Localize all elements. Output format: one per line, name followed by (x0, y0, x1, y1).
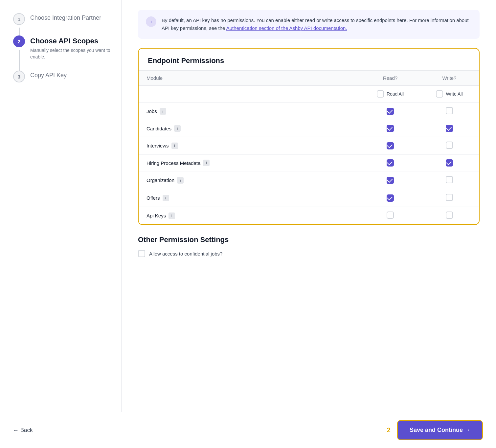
read-cell (361, 155, 420, 171)
table-row: Candidatesi (139, 120, 479, 137)
api-docs-link[interactable]: Authentication section of the Ashby API … (226, 25, 347, 31)
info-badge-icon[interactable]: i (163, 195, 169, 201)
step-2: 2 Choose API Scopes Manually select the … (13, 35, 111, 60)
write-cell (420, 171, 479, 189)
step-1-content: Choose Integration Partner (30, 13, 101, 21)
table-header-row: Module Read? Write? (139, 71, 479, 86)
confidential-jobs-row: Allow access to confidential jobs? (138, 250, 480, 257)
module-cell: Offersi (139, 189, 361, 207)
write-all-cell: Write All (420, 86, 479, 102)
step-2-title: Choose API Scopes (30, 37, 111, 45)
step-3-title: Copy API Key (30, 72, 67, 79)
module-name: Organization (147, 177, 174, 183)
write-header: Write? (420, 71, 479, 86)
info-badge-icon[interactable]: i (174, 125, 181, 132)
read-checkbox[interactable] (387, 177, 394, 184)
module-name: Hiring Process Metadata (147, 160, 200, 166)
table-row: Api Keysi (139, 207, 479, 225)
step-2-number: 2 (13, 35, 25, 47)
read-checkbox[interactable] (387, 125, 394, 132)
info-banner: i By default, an API key has no permissi… (138, 10, 480, 39)
write-all-checkbox[interactable] (436, 90, 443, 98)
info-badge-icon[interactable]: i (203, 160, 210, 166)
confidential-jobs-checkbox[interactable] (138, 250, 145, 257)
module-cell: Organizationi (139, 171, 361, 189)
read-cell (361, 189, 420, 207)
write-checkbox[interactable] (446, 142, 453, 149)
info-badge-icon[interactable]: i (171, 143, 178, 149)
step-3-number: 3 (13, 71, 25, 82)
table-row: Offersi (139, 189, 479, 207)
read-cell (361, 120, 420, 137)
table-row: Interviewsi (139, 137, 479, 155)
table-row: Jobsi (139, 102, 479, 120)
table-row: Hiring Process Metadatai (139, 155, 479, 171)
step-1-title: Choose Integration Partner (30, 14, 101, 21)
step-2-content: Choose API Scopes Manually select the sc… (30, 35, 111, 60)
info-badge-icon[interactable]: i (160, 108, 166, 115)
read-checkbox[interactable] (387, 194, 394, 202)
write-cell (420, 137, 479, 155)
write-checkbox[interactable] (446, 194, 453, 201)
footer-right: 2 Save and Continue → (387, 420, 483, 440)
select-all-row: Read All Write All (139, 86, 479, 102)
footer: ← Back 2 Save and Continue → (0, 412, 496, 448)
other-permissions-title: Other Permission Settings (138, 235, 480, 244)
endpoint-permissions-box: Endpoint Permissions Module Read? Write? (138, 48, 480, 225)
sidebar: 1 Choose Integration Partner 2 Choose AP… (0, 0, 122, 412)
info-icon: i (146, 16, 156, 27)
module-name: Interviews (147, 143, 169, 148)
write-checkbox[interactable] (446, 107, 453, 114)
step-1: 1 Choose Integration Partner (13, 13, 111, 25)
write-cell (420, 189, 479, 207)
read-all-checkbox[interactable] (377, 90, 384, 98)
table-row: Organizationi (139, 171, 479, 189)
main-content: i By default, an API key has no permissi… (122, 0, 496, 412)
info-badge-icon[interactable]: i (169, 213, 175, 219)
endpoint-permissions-title: Endpoint Permissions (139, 49, 479, 70)
module-cell: Jobsi (139, 102, 361, 120)
module-name: Api Keys (147, 213, 166, 218)
step-1-number: 1 (13, 13, 25, 25)
read-all-cell: Read All (361, 86, 420, 102)
read-cell (361, 207, 420, 225)
save-continue-button[interactable]: Save and Continue → (397, 420, 483, 440)
read-checkbox[interactable] (387, 159, 394, 167)
module-header: Module (139, 71, 361, 86)
write-all-label: Write All (446, 91, 462, 97)
info-text: By default, an API key has no permission… (162, 16, 472, 32)
write-checkbox[interactable] (446, 176, 453, 183)
module-cell: Api Keysi (139, 207, 361, 225)
write-checkbox[interactable] (446, 125, 453, 132)
info-badge-icon[interactable]: i (177, 177, 184, 184)
module-name: Jobs (147, 108, 157, 114)
module-cell: Hiring Process Metadatai (139, 155, 361, 171)
write-cell (420, 207, 479, 225)
read-header: Read? (361, 71, 420, 86)
footer-step-indicator: 2 (387, 426, 391, 434)
read-checkbox[interactable] (387, 108, 394, 115)
select-all-module-cell (139, 86, 361, 102)
module-name: Candidates (147, 126, 171, 131)
permissions-table: Module Read? Write? Read All (139, 70, 479, 224)
read-checkbox[interactable] (387, 212, 394, 219)
write-checkbox[interactable] (446, 159, 453, 167)
read-all-label: Read All (387, 91, 404, 97)
write-cell (420, 120, 479, 137)
module-cell: Interviewsi (139, 137, 361, 155)
other-permissions: Other Permission Settings Allow access t… (138, 235, 480, 265)
module-cell: Candidatesi (139, 120, 361, 137)
write-cell (420, 155, 479, 171)
write-checkbox[interactable] (446, 212, 453, 219)
back-button[interactable]: ← Back (13, 427, 33, 434)
write-cell (420, 102, 479, 120)
confidential-jobs-label: Allow access to confidential jobs? (149, 251, 222, 257)
read-cell (361, 102, 420, 120)
step-2-subtitle: Manually select the scopes you want to e… (30, 47, 111, 60)
read-cell (361, 171, 420, 189)
step-3-content: Copy API Key (30, 71, 67, 79)
step-3: 3 Copy API Key (13, 71, 111, 82)
read-checkbox[interactable] (387, 142, 394, 149)
read-cell (361, 137, 420, 155)
module-name: Offers (147, 195, 160, 201)
